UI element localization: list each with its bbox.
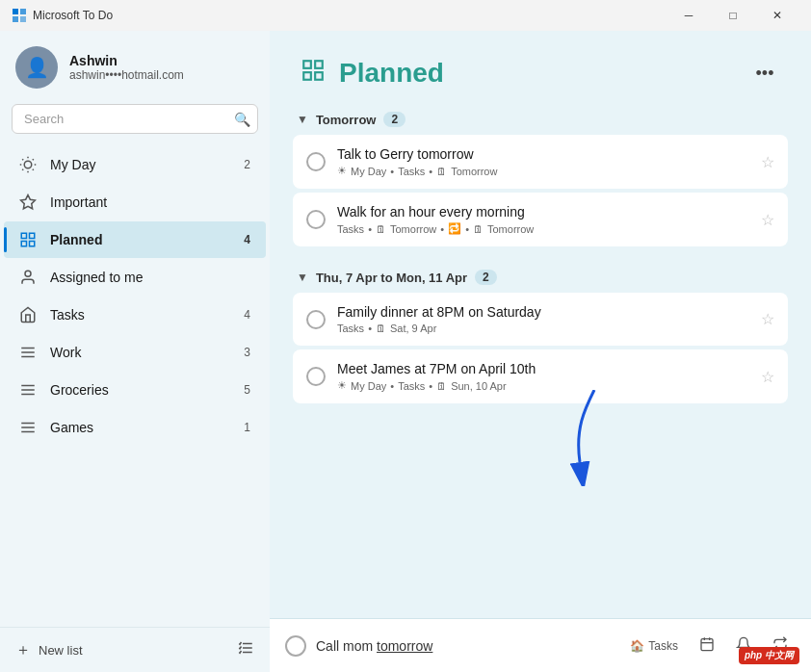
search-input[interactable] <box>12 104 258 134</box>
nav-list: My Day 2 Important <box>0 145 270 627</box>
repeat-icon: 🔁 <box>448 222 461 235</box>
task-card[interactable]: Meet James at 7PM on April 10th ☀ My Day… <box>293 349 788 403</box>
task-checkbox[interactable] <box>306 210 326 229</box>
calendar-icon-small2: 🗓 <box>473 223 484 235</box>
sidebar-item-planned-count: 4 <box>235 233 250 246</box>
arrow-svg <box>565 390 642 486</box>
group-tomorrow-label: Tomorrow <box>316 113 377 127</box>
sidebar-item-my-day-label: My Day <box>50 157 222 172</box>
svg-rect-0 <box>13 9 18 14</box>
svg-point-4 <box>24 161 32 168</box>
chevron-down-icon: ▼ <box>297 113 308 126</box>
grid-icon <box>19 231 37 248</box>
add-task-list-button[interactable]: 🏠 Tasks <box>622 634 686 658</box>
svg-line-7 <box>22 159 23 160</box>
add-task-due-date-button[interactable] <box>692 632 722 659</box>
sidebar-item-games-count: 1 <box>235 421 250 434</box>
task-title: Family dinner at 8PM on Saturday <box>337 304 749 320</box>
sun-icon-small: ☀ <box>337 165 347 177</box>
svg-rect-31 <box>303 61 311 68</box>
task-body: Family dinner at 8PM on Saturday Tasks •… <box>337 304 749 334</box>
sidebar-item-groceries[interactable]: Groceries 5 <box>4 372 266 408</box>
app-body: 👤 Ashwin ashwin••••hotmail.com 🔍 <box>0 31 811 672</box>
sun-icon <box>19 156 37 173</box>
sidebar-item-tasks-label: Tasks <box>50 307 222 323</box>
sidebar-footer: ＋ New list <box>0 627 270 672</box>
calendar-icon-small: 🗓 <box>376 223 386 235</box>
sidebar-item-important-label: Important <box>50 194 222 210</box>
sidebar-item-tasks[interactable]: Tasks 4 <box>4 297 266 333</box>
avatar[interactable]: 👤 <box>15 46 58 89</box>
calendar-action-icon <box>699 636 715 655</box>
add-task-bar: Call mom tomorrow 🏠 Tasks <box>270 618 811 672</box>
sidebar: 👤 Ashwin ashwin••••hotmail.com 🔍 <box>0 31 270 672</box>
main-title-area: Planned <box>301 58 444 89</box>
svg-rect-32 <box>315 61 323 68</box>
task-checkbox[interactable] <box>306 152 326 171</box>
svg-rect-15 <box>30 233 35 238</box>
task-body: Talk to Gerry tomorrow ☀ My Day • Tasks … <box>337 146 749 177</box>
task-title: Walk for an hour every morning <box>337 204 749 220</box>
home-icon-small: 🏠 <box>630 639 644 653</box>
svg-rect-14 <box>21 233 26 238</box>
user-section: 👤 Ashwin ashwin••••hotmail.com <box>0 31 270 100</box>
svg-point-18 <box>25 271 31 276</box>
window-controls: ─ □ ✕ <box>667 0 799 31</box>
group-thu-apr-count: 2 <box>475 270 497 285</box>
task-checkbox[interactable] <box>306 367 326 386</box>
task-star-button[interactable]: ☆ <box>761 211 774 229</box>
svg-rect-34 <box>315 72 323 80</box>
sidebar-item-assigned[interactable]: Assigned to me <box>4 259 266 296</box>
svg-line-11 <box>22 169 23 170</box>
menu-icon-games <box>19 419 37 436</box>
task-card[interactable]: Walk for an hour every morning Tasks • 🗓… <box>293 193 788 246</box>
calendar-icon-small: 🗓 <box>436 166 447 177</box>
task-meta: Tasks • 🗓 Tomorrow • 🔁 • 🗓 Tomorrow <box>337 222 749 235</box>
sidebar-item-games[interactable]: Games 1 <box>4 409 266 446</box>
sidebar-item-work[interactable]: Work 3 <box>4 334 266 371</box>
task-title: Meet James at 7PM on April 10th <box>337 361 749 376</box>
menu-icon-groceries <box>19 381 37 399</box>
page-title: Planned <box>339 58 444 89</box>
task-card[interactable]: Talk to Gerry tomorrow ☀ My Day • Tasks … <box>293 135 788 189</box>
maximize-button[interactable]: □ <box>711 0 755 31</box>
task-star-button[interactable]: ☆ <box>761 153 774 171</box>
task-checkbox[interactable] <box>306 310 326 329</box>
group-tomorrow: ▼ Tomorrow 2 Talk to Gerry tomorrow ☀ My… <box>293 104 788 246</box>
sidebar-item-work-label: Work <box>50 345 222 360</box>
task-meta: Tasks • 🗓 Sat, 9 Apr <box>337 323 749 334</box>
sidebar-item-groceries-label: Groceries <box>50 382 222 398</box>
add-task-checkbox[interactable] <box>285 635 306 657</box>
main-content: Planned ••• ▼ Tomorrow 2 <box>270 31 811 672</box>
svg-line-12 <box>33 159 34 160</box>
new-list-button[interactable]: ＋ New list <box>15 640 83 660</box>
svg-rect-3 <box>20 16 26 22</box>
app-logo: Microsoft To Do <box>12 8 667 23</box>
sort-icon[interactable] <box>237 639 254 660</box>
minimize-button[interactable]: ─ <box>667 0 711 31</box>
arrow-annotation <box>293 419 788 496</box>
person-icon <box>19 269 37 286</box>
sidebar-item-my-day[interactable]: My Day 2 <box>4 146 266 183</box>
underline-word: tomorrow <box>377 638 432 654</box>
sidebar-item-planned[interactable]: Planned 4 <box>4 221 266 258</box>
star-icon <box>19 194 37 211</box>
sidebar-item-assigned-label: Assigned to me <box>50 270 222 285</box>
close-button[interactable]: ✕ <box>755 0 799 31</box>
group-thu-apr-header[interactable]: ▼ Thu, 7 Apr to Mon, 11 Apr 2 <box>293 262 788 293</box>
main-content-wrapper: Planned ••• ▼ Tomorrow 2 <box>270 31 811 672</box>
menu-icon-work <box>19 344 37 361</box>
task-star-button[interactable]: ☆ <box>761 368 774 386</box>
task-star-button[interactable]: ☆ <box>761 310 774 328</box>
more-options-button[interactable]: ••• <box>749 58 780 89</box>
svg-line-8 <box>33 169 34 170</box>
sidebar-item-important[interactable]: Important <box>4 184 266 220</box>
task-card[interactable]: Family dinner at 8PM on Saturday Tasks •… <box>293 293 788 346</box>
group-tomorrow-header[interactable]: ▼ Tomorrow 2 <box>293 104 788 135</box>
search-icon[interactable]: 🔍 <box>234 112 250 127</box>
svg-marker-13 <box>21 195 36 209</box>
tasks-scroll-area: ▼ Tomorrow 2 Talk to Gerry tomorrow ☀ My… <box>270 104 811 618</box>
svg-rect-33 <box>303 72 311 80</box>
task-meta: ☀ My Day • Tasks • 🗓 Sun, 10 Apr <box>337 379 749 392</box>
sidebar-item-work-count: 3 <box>235 346 250 359</box>
